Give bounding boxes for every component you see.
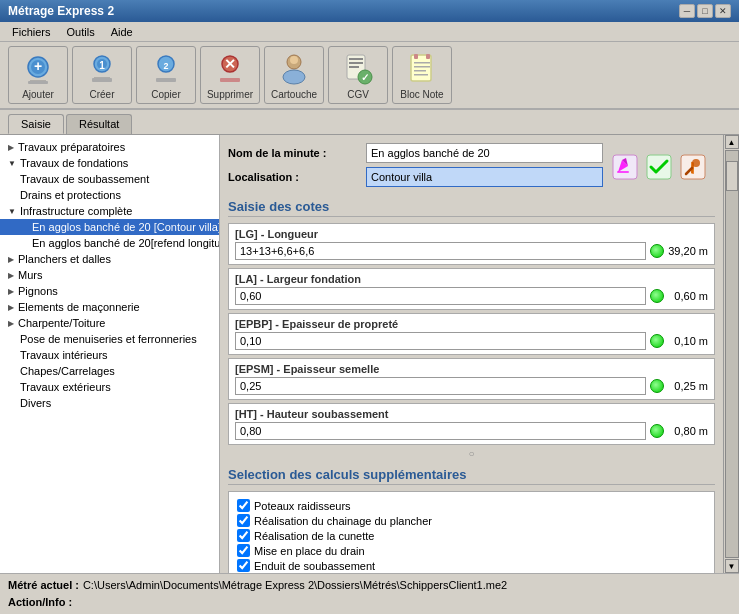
sidebar-label: Drains et protections [20,189,121,201]
checkbox-drain[interactable] [237,544,250,557]
creer-button[interactable]: 1 Créer [72,46,132,104]
svg-rect-22 [349,66,359,68]
cartouche-button[interactable]: Cartouche [264,46,324,104]
edit-button[interactable] [611,153,639,181]
cote-ht-label: Hauteur soubassement [267,408,389,420]
sidebar-item-elements-maco[interactable]: ▶ Elements de maçonnerie [0,299,219,315]
cote-la-input[interactable] [235,287,646,305]
cartouche-label: Cartouche [271,89,317,100]
svg-rect-9 [92,78,112,82]
minimize-button[interactable]: ─ [679,4,695,18]
svg-text:1: 1 [99,60,105,71]
svg-rect-31 [414,74,428,76]
check-poteaux: Poteaux raidisseurs [235,498,708,513]
menu-fichiers[interactable]: Fichiers [4,24,59,40]
cote-lg-status [650,244,664,258]
cote-epsm-status [650,379,664,393]
copier-icon: 2 [148,51,184,87]
validate-button[interactable] [645,153,673,181]
menu-bar: Fichiers Outils Aide [0,22,739,42]
loc-label: Localisation : [228,171,358,183]
cote-epbp-result: 0,10 m [668,335,708,347]
svg-rect-29 [414,66,430,68]
checkbox-enduit-sous[interactable] [237,559,250,572]
creer-label: Créer [89,89,114,100]
cote-epbp-input[interactable] [235,332,646,350]
sidebar-item-travaux-prep[interactable]: ▶ Travaux préparatoires [0,139,219,155]
cote-lg-label: Longueur [267,228,318,240]
sidebar-label: En agglos banché de 20 [Contour villa] [32,221,219,233]
cote-epbp-label: Epaisseur de propreté [282,318,398,330]
collapse-icon: ▶ [8,287,14,296]
sidebar-item-travaux-int[interactable]: Travaux intérieurs [0,347,219,363]
sidebar-item-planchers[interactable]: ▶ Planchers et dalles [0,251,219,267]
action-label: Action/Info : [8,596,72,608]
svg-rect-33 [617,171,629,173]
sidebar-item-travaux-fond[interactable]: ▼ Travaux de fondations [0,155,219,171]
sidebar-label: Divers [20,397,51,409]
loc-input[interactable] [366,167,603,187]
svg-point-36 [692,159,700,167]
cote-la-result: 0,60 m [668,290,708,302]
menu-outils[interactable]: Outils [59,24,103,40]
section-selection-title: Selection des calculs supplémentaires [228,467,715,485]
cote-lg-input[interactable] [235,242,646,260]
sidebar-item-drains[interactable]: Drains et protections [0,187,219,203]
cote-lg-code: [LG] [235,228,258,240]
expand-icon: ▼ [8,207,16,216]
check-cunette: Réalisation de la cunette [235,528,708,543]
checkbox-cunette[interactable] [237,529,250,542]
menu-aide[interactable]: Aide [103,24,141,40]
checkbox-chainage[interactable] [237,514,250,527]
scroll-down-arrow[interactable]: ▼ [725,559,739,573]
scroll-thumb[interactable] [726,161,738,191]
tools-button[interactable] [679,153,707,181]
cote-ht-result: 0,80 m [668,425,708,437]
tab-resultat[interactable]: Résultat [66,114,132,134]
blocnote-button[interactable]: Bloc Note [392,46,452,104]
svg-rect-20 [349,58,363,60]
sidebar-item-pose-menuiseries[interactable]: Pose de menuiseries et ferronneries [0,331,219,347]
sidebar-item-travaux-ext[interactable]: Travaux extérieurs [0,379,219,395]
cote-epsm-input[interactable] [235,377,646,395]
sidebar-label: Charpente/Toiture [18,317,105,329]
cote-ht-status [650,424,664,438]
cgv-icon: ✓ [340,51,376,87]
nom-input[interactable] [366,143,603,163]
supprimer-button[interactable]: ✕ Supprimer [200,46,260,104]
sidebar-item-agglos-20[interactable]: En agglos banché de 20 [Contour villa] [0,219,219,235]
svg-rect-30 [414,70,426,72]
sidebar-item-chapes[interactable]: Chapes/Carrelages [0,363,219,379]
ajouter-button[interactable]: + Ajouter [8,46,68,104]
svg-rect-15 [220,78,240,82]
cote-epsm-result: 0,25 m [668,380,708,392]
svg-rect-26 [414,54,418,59]
cgv-button[interactable]: ✓ CGV [328,46,388,104]
svg-rect-12 [156,78,176,82]
svg-point-18 [290,56,298,64]
window-controls: ─ □ ✕ [679,4,731,18]
tab-saisie[interactable]: Saisie [8,114,64,134]
scroll-up-arrow[interactable]: ▲ [725,135,739,149]
sidebar-item-agglos-20b[interactable]: En agglos banché de 20[refend longitudin… [0,235,219,251]
tab-bar: Saisie Résultat [0,110,739,135]
cote-ht-input[interactable] [235,422,646,440]
svg-rect-21 [349,62,363,64]
cote-lg-result: 39,20 m [668,245,708,257]
selection-section: Poteaux raidisseurs Réalisation du chain… [228,491,715,573]
sidebar-label: Travaux extérieurs [20,381,111,393]
sidebar-item-divers[interactable]: Divers [0,395,219,411]
sidebar-item-pignons[interactable]: ▶ Pignons [0,283,219,299]
cote-ht-dash: - [260,408,267,420]
sidebar-item-murs[interactable]: ▶ Murs [0,267,219,283]
sidebar-item-infra[interactable]: ▼ Infrastructure complète [0,203,219,219]
close-button[interactable]: ✕ [715,4,731,18]
cote-la-label: Largeur fondation [267,273,361,285]
sidebar-item-travaux-sous[interactable]: Travaux de soubassement [0,171,219,187]
sidebar-item-charpente[interactable]: ▶ Charpente/Toiture [0,315,219,331]
svg-text:✕: ✕ [224,56,236,72]
maximize-button[interactable]: □ [697,4,713,18]
sidebar-label: Planchers et dalles [18,253,111,265]
copier-button[interactable]: 2 Copier [136,46,196,104]
checkbox-poteaux[interactable] [237,499,250,512]
